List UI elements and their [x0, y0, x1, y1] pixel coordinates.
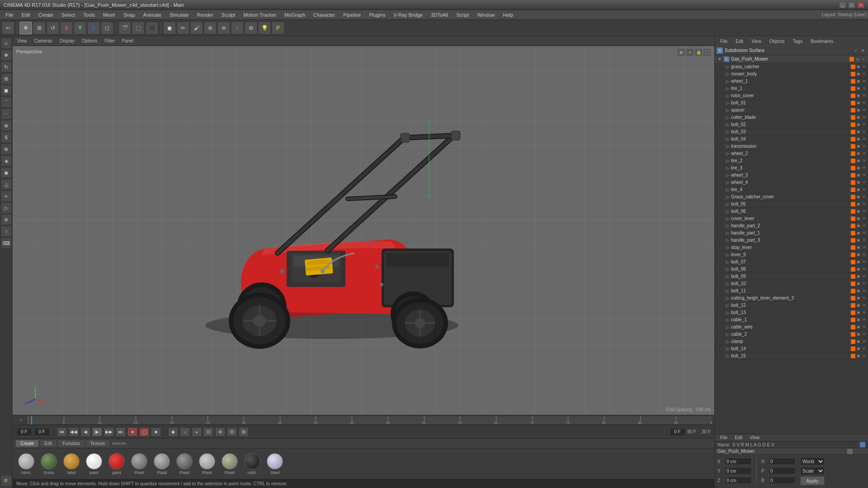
sidebar-hair-btn[interactable]: ≀ — [1, 226, 12, 237]
object-item-bolt_12[interactable]: ▷ bolt_12 ▣ ✕ — [715, 302, 868, 309]
menu-tools[interactable]: Tools — [80, 11, 99, 19]
obj-mat-tire_4[interactable]: ▣ — [856, 188, 861, 192]
stop-btn[interactable]: ■ — [151, 427, 161, 436]
object-item-cutting_heigh_lever_element_3[interactable]: ▷ cutting_heigh_lever_element_3 ▣ ✕ — [715, 295, 868, 302]
obj-x-bolt_08[interactable]: ✕ — [862, 267, 866, 272]
obj-x-tire_1[interactable]: ✕ — [862, 86, 866, 91]
start-frame-field[interactable] — [16, 428, 32, 436]
obj-mat-bolt_07[interactable]: ▣ — [856, 260, 861, 264]
obj-mat-bolt_10[interactable]: ▣ — [856, 282, 861, 286]
obj-mat-tire_3[interactable]: ▣ — [856, 166, 861, 170]
key-sel-btn[interactable]: ⬦ — [180, 427, 190, 436]
smooth-btn[interactable]: ≋ — [217, 22, 230, 34]
key-btn[interactable]: ◆ — [168, 427, 178, 436]
obj-x-bolt_12[interactable]: ✕ — [862, 303, 866, 308]
y-input[interactable] — [725, 467, 752, 474]
obj-x-tire_4[interactable]: ✕ — [862, 188, 866, 192]
obj-mat-bolt_03[interactable]: ▣ — [856, 130, 861, 134]
vp-expand-btn[interactable]: ⊞ — [678, 49, 685, 56]
material-item-2[interactable]: label — [61, 453, 81, 475]
viewport-menu-view[interactable]: View — [15, 38, 29, 44]
menu-sculpt[interactable]: Sculpt — [218, 11, 239, 19]
object-item-bolt_02[interactable]: ▷ bolt_02 ▣ ✕ — [715, 121, 868, 128]
obj-mat-bolt_01[interactable]: ▣ — [856, 101, 861, 105]
material-item-5[interactable]: Plasti — [129, 453, 149, 475]
object-item-bolt_03[interactable]: ▷ bolt_03 ▣ ✕ — [715, 128, 868, 136]
obj-x-bolt_03[interactable]: ✕ — [862, 130, 866, 134]
sidebar-vis-btn[interactable]: ◈ — [1, 155, 12, 166]
obj-x-cable_wire[interactable]: ✕ — [862, 325, 866, 329]
magnet-btn[interactable]: ⊛ — [204, 22, 217, 34]
obj-x-wheel_2[interactable]: ✕ — [862, 151, 866, 156]
z-input[interactable] — [725, 477, 752, 484]
material-item-9[interactable]: Plasti — [220, 453, 240, 475]
menu-plugins[interactable]: Plugins — [365, 11, 389, 19]
rp-tab-view[interactable]: View — [748, 38, 765, 45]
close-button[interactable]: × — [857, 2, 864, 8]
object-item-handle_part_1[interactable]: ▷ handle_part_1 ▣ ✕ — [715, 230, 868, 237]
sidebar-snap-btn[interactable]: ⊕ — [1, 120, 12, 131]
subdiv-x[interactable]: ✕ — [860, 47, 866, 54]
sidebar-anim-btn[interactable]: ▷ — [1, 202, 12, 213]
obj-mat-clamp[interactable]: ▣ — [856, 339, 861, 344]
obj-x-bolt_06[interactable]: ✕ — [862, 209, 866, 214]
material-item-0[interactable]: Alum. — [16, 453, 36, 475]
name-ctrl-1[interactable] — [847, 449, 853, 454]
obj-mat-lever_5[interactable]: ▣ — [856, 253, 861, 257]
coord-system-select[interactable]: World Object — [800, 457, 825, 465]
menu-vray[interactable]: V-Ray Bridge — [390, 11, 427, 19]
window-controls[interactable]: _ □ × — [839, 2, 864, 8]
rp-tab-objects[interactable]: Objects — [766, 38, 788, 45]
object-item-tire_1[interactable]: ▷ tire_1 ▣ ✕ — [715, 85, 868, 92]
obj-x-bolt_04[interactable]: ✕ — [862, 137, 866, 141]
obj-x-tire_2[interactable]: ✕ — [862, 159, 866, 163]
obj-mat-wheel_4[interactable]: ▣ — [856, 180, 861, 185]
object-item-tire_3[interactable]: ▷ tire_3 ▣ ✕ — [715, 164, 868, 172]
obj-mat-rotor_cover[interactable]: ▣ — [856, 94, 861, 98]
python-btn[interactable]: P — [272, 22, 284, 34]
obj-x-bolt_13[interactable]: ✕ — [862, 310, 866, 315]
object-item-bolt_10[interactable]: ▷ bolt_10 ▣ ✕ — [715, 280, 868, 287]
rotate-tool[interactable]: ↺ — [47, 22, 59, 34]
render-btn[interactable]: 🎬 — [118, 22, 131, 34]
scale-system-select[interactable]: Scale Size — [800, 467, 825, 475]
rp-tab-file[interactable]: File — [717, 38, 731, 45]
rp-tab-tags[interactable]: Tags — [789, 38, 806, 45]
z-axis-btn[interactable]: Z — [87, 22, 100, 34]
object-item-handle_part_2[interactable]: ▷ handle_part_2 ▣ ✕ — [715, 222, 868, 230]
obj-mat-cable_wire[interactable]: ▣ — [856, 325, 861, 329]
obj-mat-bolt_04[interactable]: ▣ — [856, 137, 861, 141]
record-btn[interactable]: ● — [127, 427, 137, 436]
obj-mat-Grass_catcher_cover[interactable]: ▣ — [856, 195, 861, 199]
menu-edit[interactable]: Edit — [18, 11, 34, 19]
sidebar-deform-btn[interactable]: ⋯ — [1, 108, 12, 119]
obj-x-bolt_11[interactable]: ✕ — [862, 289, 866, 293]
b-input[interactable] — [769, 477, 796, 484]
menu-motion-tracker[interactable]: Motion Tracker — [240, 11, 280, 19]
obj-x-bolt_09[interactable]: ✕ — [862, 274, 866, 279]
object-item-spacer[interactable]: ▷ spacer ▣ ✕ — [715, 107, 868, 114]
obj-x-tire_3[interactable]: ✕ — [862, 166, 866, 170]
rp-tab-bookmarks[interactable]: Bookmarks — [807, 38, 837, 45]
y-axis-btn[interactable]: Y — [74, 22, 86, 34]
obj-mat-wheel_1[interactable]: ▣ — [856, 79, 861, 84]
obj-mat-bolt_02[interactable]: ▣ — [856, 122, 861, 127]
sidebar-phys-btn[interactable]: ⊚ — [1, 214, 12, 225]
obj-x-Grass_catcher_cover[interactable]: ✕ — [862, 195, 866, 199]
obj-mat-cable_1[interactable]: ▣ — [856, 318, 861, 322]
object-item-cover_lever[interactable]: ▷ cover_lever ▣ ✕ — [715, 215, 868, 222]
root-expand-icon[interactable]: ▼ — [717, 56, 722, 61]
obj-x-spacer[interactable]: ✕ — [862, 108, 866, 113]
scale-tool[interactable]: ⊞ — [33, 22, 46, 34]
obj-mat-spacer[interactable]: ▣ — [856, 108, 861, 113]
sidebar-rig-btn[interactable]: ⋄ — [1, 191, 12, 202]
object-item-wheel_2[interactable]: ▷ wheel_2 ▣ ✕ — [715, 150, 868, 157]
key-hier-btn[interactable]: ⊟ — [227, 427, 237, 436]
obj-x-bolt_14[interactable]: ✕ — [862, 347, 866, 351]
menu-mograph[interactable]: MoGraph — [281, 11, 309, 19]
object-item-bolt_08[interactable]: ▷ bolt_08 ▣ ✕ — [715, 266, 868, 273]
br-tab-view[interactable]: View — [746, 434, 763, 441]
object-item-bolt_04[interactable]: ▷ bolt_04 ▣ ✕ — [715, 136, 868, 143]
play-fwd-btn[interactable]: ▶▶ — [104, 427, 114, 436]
cube-btn[interactable]: ◼ — [163, 22, 176, 34]
